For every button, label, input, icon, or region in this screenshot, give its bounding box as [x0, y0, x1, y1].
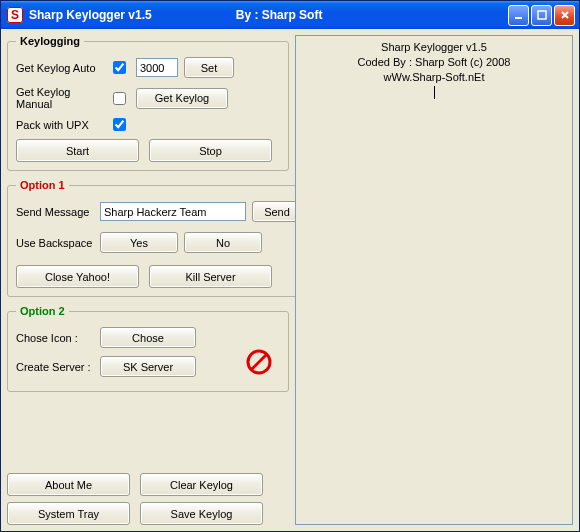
client-area: Keylogging Get Keylog Auto Set Get Keylo…	[1, 29, 579, 531]
minimize-button[interactable]	[508, 5, 529, 26]
chose-icon-label: Chose Icon :	[16, 332, 94, 344]
set-button[interactable]: Set	[184, 57, 234, 78]
pack-upx-label: Pack with UPX	[16, 119, 102, 131]
start-button[interactable]: Start	[16, 139, 139, 162]
keylogging-legend: Keylogging	[16, 35, 84, 47]
window-buttons	[508, 5, 575, 26]
option2-legend: Option 2	[16, 305, 69, 317]
close-yahoo-button[interactable]: Close Yahoo!	[16, 265, 139, 288]
create-server-label: Create Server :	[16, 361, 94, 373]
app-window: S Sharp Keylogger v1.5 By : Sharp Soft K…	[0, 0, 580, 532]
bottom-buttons: About Me Clear Keylog System Tray Save K…	[7, 473, 289, 525]
get-manual-label: Get Keylog Manual	[16, 86, 102, 110]
pack-upx-checkbox[interactable]	[113, 118, 126, 131]
about-me-button[interactable]: About Me	[7, 473, 130, 496]
stop-button[interactable]: Stop	[149, 139, 272, 162]
interval-input[interactable]	[136, 58, 178, 77]
save-keylog-button[interactable]: Save Keylog	[140, 502, 263, 525]
sk-server-button[interactable]: SK Server	[100, 356, 196, 377]
close-button[interactable]	[554, 5, 575, 26]
keylogging-group: Keylogging Get Keylog Auto Set Get Keylo…	[7, 35, 289, 171]
use-backspace-label: Use Backspace	[16, 237, 94, 249]
log-line: Sharp Keylogger v1.5	[302, 40, 566, 55]
system-tray-button[interactable]: System Tray	[7, 502, 130, 525]
maximize-button[interactable]	[531, 5, 552, 26]
no-icon-icon	[244, 347, 274, 377]
log-line: Coded By : Sharp Soft (c) 2008	[302, 55, 566, 70]
svg-rect-1	[538, 11, 546, 19]
titlebar: S Sharp Keylogger v1.5 By : Sharp Soft	[1, 1, 579, 29]
yes-button[interactable]: Yes	[100, 232, 178, 253]
app-icon: S	[7, 7, 23, 23]
clear-keylog-button[interactable]: Clear Keylog	[140, 473, 263, 496]
send-message-label: Send Message	[16, 206, 94, 218]
log-line: wWw.Sharp-Soft.nEt	[384, 71, 485, 83]
option2-group: Option 2 Chose Icon : Chose Create Serve…	[7, 305, 289, 392]
text-caret	[434, 86, 435, 99]
left-column: Keylogging Get Keylog Auto Set Get Keylo…	[7, 35, 289, 525]
window-title-left: Sharp Keylogger v1.5	[29, 8, 152, 22]
kill-server-button[interactable]: Kill Server	[149, 265, 272, 288]
option1-group: Option 1 Send Message Send Use Backspace…	[7, 179, 311, 297]
window-title-right: By : Sharp Soft	[236, 8, 323, 22]
get-auto-checkbox[interactable]	[113, 61, 126, 74]
option1-legend: Option 1	[16, 179, 69, 191]
get-keylog-button[interactable]: Get Keylog	[136, 88, 228, 109]
no-button[interactable]: No	[184, 232, 262, 253]
svg-rect-0	[515, 17, 522, 19]
log-textarea[interactable]: Sharp Keylogger v1.5 Coded By : Sharp So…	[295, 35, 573, 525]
chose-button[interactable]: Chose	[100, 327, 196, 348]
send-message-input[interactable]	[100, 202, 246, 221]
get-auto-label: Get Keylog Auto	[16, 62, 102, 74]
svg-line-3	[251, 354, 267, 370]
get-manual-checkbox[interactable]	[113, 92, 126, 105]
